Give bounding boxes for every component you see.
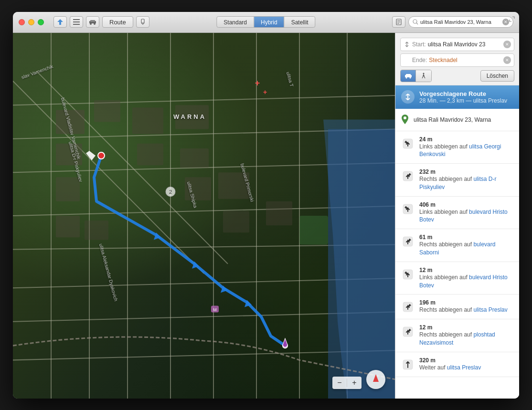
svg-point-64 — [405, 77, 407, 78]
zoom-in-button[interactable]: + — [347, 377, 362, 389]
svg-line-17 — [13, 163, 395, 172]
step-desc-8: Weiter auf ulitsa Preslav — [419, 364, 513, 372]
svg-rect-52 — [266, 201, 292, 225]
green-pin-icon — [401, 115, 409, 125]
svg-point-65 — [409, 77, 411, 78]
svg-rect-60 — [211, 305, 219, 312]
route-step-7[interactable]: 12 m Rechts abbiegen auf ploshtad Nezavi… — [395, 319, 519, 352]
svg-line-16 — [13, 129, 395, 138]
svg-point-7 — [94, 23, 96, 25]
route-step-8[interactable]: 320 m Weiter auf ulitsa Preslav — [395, 352, 519, 377]
car-mode-button[interactable] — [401, 70, 416, 82]
svg-marker-35 — [192, 261, 199, 268]
svg-rect-42 — [175, 105, 209, 129]
step-distance-2: 232 m — [419, 168, 513, 175]
resize-button[interactable] — [509, 16, 515, 24]
start-clear-button[interactable]: ✕ — [503, 41, 511, 48]
turn-left-icon-1 — [401, 137, 415, 150]
svg-rect-46 — [56, 177, 80, 201]
search-clear-button[interactable]: ✕ — [502, 19, 509, 25]
svg-rect-44 — [137, 143, 163, 165]
step-content-3: 406 m Links abbiegen auf bulevard Hristo… — [419, 201, 513, 224]
route-step-4[interactable]: 61 m Rechts abbiegen auf bulevard Saborn… — [395, 229, 519, 262]
svg-text:M: M — [213, 307, 216, 312]
fullscreen-button[interactable] — [38, 19, 44, 25]
street-label-1: slav Varnenchik — [21, 63, 53, 80]
route-button[interactable]: Route — [102, 16, 133, 28]
app-window: Route Standard Hybrid Satellit — [13, 12, 519, 399]
street-label-2: bulevard Vladislav Varnenchik — [60, 97, 82, 160]
svg-rect-2 — [73, 21, 80, 22]
map-type-hybrid[interactable]: Hybrid — [254, 17, 285, 28]
step-content-2: 232 m Rechts abbiegen auf ulitsa D-r Pis… — [419, 168, 513, 191]
route-step-3[interactable]: 406 m Links abbiegen auf bulevard Hristo… — [395, 197, 519, 230]
svg-rect-38 — [299, 216, 328, 244]
car-button[interactable] — [86, 16, 99, 28]
close-button[interactable] — [19, 19, 25, 25]
zoom-out-button[interactable]: − — [332, 377, 347, 389]
svg-point-66 — [423, 73, 425, 74]
svg-line-14 — [416, 23, 418, 24]
svg-rect-33 — [328, 129, 395, 398]
step-distance-8: 320 m — [419, 357, 513, 364]
start-value: ulitsa Rali Mavridov 23 — [428, 41, 501, 48]
travel-mode-row: Löschen — [400, 70, 514, 82]
search-bar[interactable]: ulitsa Rali Mavridov 23, Warna ✕ — [408, 16, 513, 28]
step-desc-2: Rechts abbiegen auf ulitsa D-r Piskyulie… — [419, 175, 513, 191]
svg-text:+: + — [263, 88, 267, 95]
step-desc-6: Rechts abbiegen auf ulitsa Preslav — [419, 306, 513, 314]
end-input-row: Ende: Stecknadel ✕ — [400, 53, 514, 67]
step-desc-4: Rechts abbiegen auf bulevard Saborni — [419, 241, 513, 257]
street-label-4: bulevard Primorski — [240, 163, 255, 202]
map-type-satellit[interactable]: Satellit — [285, 17, 315, 28]
route-step-2[interactable]: 232 m Rechts abbiegen auf ulitsa D-r Pis… — [395, 164, 519, 197]
minimize-button[interactable] — [28, 19, 34, 25]
toolbar-right: ulitsa Rali Mavridov 23, Warna ✕ — [392, 16, 513, 28]
svg-rect-3 — [73, 24, 80, 25]
svg-rect-49 — [56, 216, 80, 237]
svg-point-57 — [283, 343, 287, 348]
search-icon — [413, 19, 418, 25]
compass[interactable] — [366, 370, 385, 389]
svg-line-32 — [37, 71, 228, 263]
turn-left-icon-3 — [401, 202, 415, 216]
svg-marker-34 — [154, 232, 161, 240]
svg-rect-51 — [223, 210, 249, 232]
bookmarks-button[interactable] — [392, 16, 405, 28]
svg-marker-36 — [221, 285, 228, 293]
route-step-1[interactable]: 24 m Links abbiegen auf ulitsa Georgi Be… — [395, 131, 519, 164]
turn-left-icon-5 — [401, 268, 415, 281]
svg-point-67 — [404, 116, 406, 119]
svg-text:+: + — [255, 78, 260, 87]
location-button[interactable] — [53, 16, 67, 28]
map-type-controls: Standard Hybrid Satellit — [216, 16, 315, 28]
svg-point-13 — [413, 20, 417, 23]
walk-mode-button[interactable] — [416, 70, 431, 82]
svg-rect-43 — [56, 143, 82, 165]
share-button[interactable] — [136, 16, 149, 28]
search-value: ulitsa Rali Mavridov 23, Warna — [420, 19, 500, 25]
svg-rect-39 — [56, 110, 85, 134]
svg-line-21 — [13, 312, 395, 321]
satellite-map: 2 + + M WARNA — [13, 33, 395, 399]
step-content-8: 320 m Weiter auf ulitsa Preslav — [419, 357, 513, 372]
map-type-standard[interactable]: Standard — [217, 17, 254, 28]
start-location-text: ulitsa Rali Mavridov 23, Warna — [414, 116, 491, 123]
start-location-row: ulitsa Rali Mavridov 23, Warna — [395, 109, 519, 131]
map-area[interactable]: 2 + + M WARNA — [13, 33, 395, 399]
svg-rect-1 — [73, 19, 80, 20]
end-clear-button[interactable]: ✕ — [503, 56, 511, 64]
street-label-5: ulitsa Aleksandar Dyakovich — [98, 243, 119, 302]
step-distance-4: 61 m — [419, 234, 513, 241]
svg-rect-50 — [85, 221, 108, 240]
delete-route-button[interactable]: Löschen — [480, 70, 514, 82]
straight-icon-8 — [401, 358, 415, 371]
route-step-6[interactable]: 196 m Rechts abbiegen auf ulitsa Preslav — [395, 294, 519, 319]
list-button[interactable] — [70, 16, 83, 28]
route-step-5[interactable]: 12 m Links abbiegen auf bulevard Hristo … — [395, 262, 519, 295]
route-banner[interactable]: Vorgeschlagene Route 28 Min. — 2,3 km — … — [395, 85, 519, 109]
step-desc-5: Links abbiegen auf bulevard Hristo Botev — [419, 273, 513, 290]
svg-rect-47 — [185, 177, 211, 200]
route-steps-list[interactable]: 24 m Links abbiegen auf ulitsa Georgi Be… — [395, 131, 519, 399]
svg-point-55 — [98, 152, 105, 158]
